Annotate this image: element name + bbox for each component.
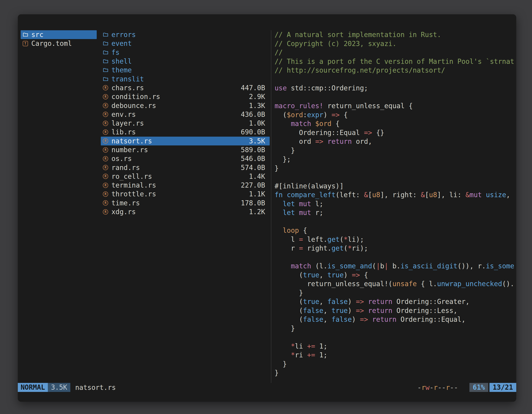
rust-file-icon: R (103, 103, 110, 108)
file-row[interactable]: Ros.rs546.0B (101, 154, 270, 163)
parent-directory-pane: srcTCargo.toml (21, 30, 97, 383)
rust-file-icon: R (103, 174, 110, 179)
panes-container: srcTCargo.toml errorseventfsshellthemetr… (18, 14, 516, 383)
folder-row[interactable]: errors (101, 30, 270, 39)
status-filename: natsort.rs (75, 384, 116, 392)
folder-icon (103, 67, 110, 73)
item-name: terminal.rs (111, 181, 156, 189)
file-row[interactable]: Rchars.rs447.0B (101, 83, 270, 92)
item-name: fs (111, 48, 120, 57)
current-directory-pane: errorseventfsshellthemetranslitRchars.rs… (101, 30, 270, 383)
folder-icon (103, 32, 110, 38)
file-row[interactable]: Rlayer.rs1.0K (101, 119, 270, 128)
mode-badge: NORMAL (18, 383, 48, 392)
code-line: Ordering::Equal => {} (275, 128, 514, 137)
item-name: event (111, 39, 132, 48)
item-name: os.rs (111, 155, 132, 163)
folder-row[interactable]: event (101, 39, 270, 48)
status-bar-right: -rw-r--r-- 61% 13/21 (417, 383, 516, 392)
code-line: // Copyright (c) 2023, sxyazi. (275, 39, 514, 48)
code-line: (true, true) => { (275, 271, 514, 279)
rust-file-icon: R (103, 200, 110, 206)
code-line: (true, false) => return Ordering::Greate… (275, 297, 514, 306)
rust-file-icon: R (103, 129, 110, 135)
code-line: loop { (275, 226, 514, 235)
item-name: time.rs (111, 199, 140, 207)
item-size: 227.0B (237, 181, 265, 189)
code-line: } (275, 289, 514, 298)
code-line: let mut l; (275, 199, 514, 208)
code-line: let mut r; (275, 208, 514, 217)
file-row[interactable]: Renv.rs436.0B (101, 110, 270, 119)
scroll-percent-badge: 61% (469, 383, 488, 392)
code-line: use std::cmp::Ordering; (275, 84, 514, 93)
folder-row[interactable]: theme (101, 66, 270, 75)
file-row[interactable]: Rthrottle.rs1.1K (101, 190, 270, 198)
folder-row[interactable]: shell (101, 57, 270, 66)
item-size: 690.0B (237, 128, 265, 136)
item-size: 3.5K (245, 137, 265, 145)
item-size: 574.0B (237, 164, 265, 172)
file-row[interactable]: Rcondition.rs2.9K (101, 92, 270, 101)
code-line: r = right.get(*ri); (275, 244, 514, 253)
code-line: // A natural sort implementation in Rust… (275, 30, 514, 39)
file-row[interactable]: Rnumber.rs589.0B (101, 145, 270, 154)
item-size: 1.3K (245, 102, 265, 110)
rust-file-icon: R (103, 209, 110, 215)
status-bar-left: NORMAL 3.5K natsort.rs (18, 383, 116, 392)
folder-row[interactable]: fs (101, 48, 270, 57)
code-line: *li += 1; (275, 342, 514, 351)
item-size: 436.0B (237, 110, 265, 118)
file-row[interactable]: Rnatsort.rs3.5K (101, 137, 270, 145)
file-row[interactable]: Rrand.rs574.0B (101, 163, 270, 172)
file-preview-pane[interactable]: // A natural sort implementation in Rust… (275, 30, 514, 383)
item-size: 1.2K (245, 208, 265, 216)
file-row[interactable]: TCargo.toml (21, 39, 97, 48)
code-line: } (275, 368, 514, 377)
item-size: 1.1K (245, 190, 265, 198)
item-size: 447.0B (237, 84, 265, 92)
file-row[interactable]: Rterminal.rs227.0B (101, 181, 270, 190)
code-line (275, 333, 514, 342)
code-line: } (275, 360, 514, 369)
code-line: } (275, 324, 514, 333)
file-row[interactable]: Rdebounce.rs1.3K (101, 101, 270, 110)
code-line: macro_rules! return_unless_equal { (275, 101, 514, 110)
code-line: l = left.get(*li); (275, 235, 514, 244)
folder-row[interactable]: src (21, 30, 97, 39)
item-size: 589.0B (237, 146, 265, 154)
file-row[interactable]: Rro_cell.rs1.4K (101, 172, 270, 181)
item-name: src (31, 31, 44, 39)
folder-icon (103, 58, 110, 64)
item-name: condition.rs (111, 93, 160, 101)
item-size: 1.0K (245, 119, 265, 127)
item-name: env.rs (111, 110, 136, 118)
item-name: translit (111, 75, 144, 83)
item-name: lib.rs (111, 128, 136, 136)
file-row[interactable]: Rlib.rs690.0B (101, 128, 270, 136)
item-name: shell (111, 57, 132, 65)
rust-file-icon: R (103, 121, 110, 126)
rust-file-icon: R (103, 165, 110, 170)
status-bar: NORMAL 3.5K natsort.rs -rw-r--r-- 61% 13… (18, 383, 516, 392)
code-line: *ri += 1; (275, 351, 514, 360)
item-name: ro_cell.rs (111, 173, 152, 180)
rust-file-icon: R (103, 138, 110, 144)
item-size: 1.4K (245, 173, 265, 180)
item-name: layer.rs (111, 119, 144, 127)
code-line: } (275, 164, 514, 173)
file-row[interactable]: Rxdg.rs1.2K (101, 207, 270, 216)
code-line: }; (275, 155, 514, 164)
file-row[interactable]: Rtime.rs178.0B (101, 199, 270, 207)
code-line (275, 253, 514, 262)
rust-file-icon: R (103, 192, 110, 197)
folder-icon (103, 50, 110, 55)
item-name: natsort.rs (111, 137, 152, 145)
toml-file-icon: T (23, 41, 30, 46)
item-name: theme (111, 66, 132, 74)
pane-separator (271, 30, 271, 383)
item-size: 546.0B (237, 155, 265, 163)
folder-row[interactable]: translit (101, 75, 270, 83)
item-name: chars.rs (111, 84, 144, 92)
code-line: match (l.is_some_and(|b| b.is_ascii_digi… (275, 262, 514, 271)
